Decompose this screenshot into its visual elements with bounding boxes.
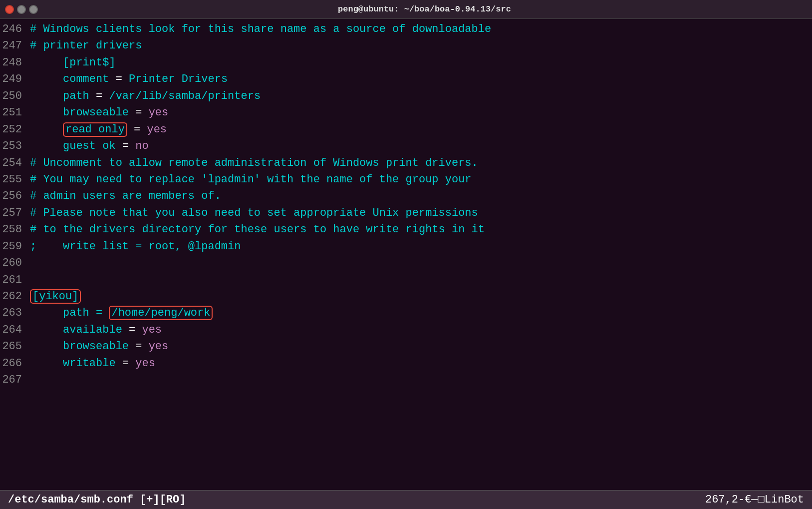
code-line: 257# Please note that you also need to s…	[0, 205, 812, 221]
code-line: 260	[0, 255, 812, 271]
line-number: 260	[0, 255, 30, 271]
line-number: 249	[0, 71, 30, 87]
title-bar-buttons	[5, 5, 38, 14]
terminal-window: peng@ubuntu: ~/boa/boa-0.94.13/src 246# …	[0, 0, 812, 509]
line-number: 262	[0, 288, 30, 305]
code-line: 265 browseable = yes	[0, 338, 812, 355]
code-line: 251 browseable = yes	[0, 104, 812, 121]
code-line: 256# admin users are members of.	[0, 188, 812, 204]
line-number: 263	[0, 305, 30, 321]
line-content: writable = yes	[30, 355, 155, 372]
status-left: /etc/samba/smb.conf [+][RO]	[8, 494, 186, 506]
code-line: 254# Uncomment to allow remote administr…	[0, 155, 812, 171]
line-number: 265	[0, 338, 30, 355]
line-content: read only = yes	[30, 121, 167, 138]
code-line: 261	[0, 272, 812, 288]
maximize-button[interactable]	[29, 5, 38, 14]
line-number: 254	[0, 155, 30, 171]
line-number: 258	[0, 221, 30, 238]
window-title: peng@ubuntu: ~/boa/boa-0.94.13/src	[42, 4, 807, 14]
line-number: 259	[0, 238, 30, 255]
code-line: 247# printer drivers	[0, 37, 812, 54]
line-content: path = /var/lib/samba/printers	[30, 88, 261, 104]
line-content: # Uncomment to allow remote administrati…	[30, 155, 478, 171]
line-number: 246	[0, 21, 30, 37]
line-number: 266	[0, 355, 30, 372]
line-content: [print$]	[30, 54, 116, 71]
line-content: guest ok = no	[30, 138, 149, 154]
line-number: 256	[0, 188, 30, 204]
line-number: 253	[0, 138, 30, 154]
line-number: 247	[0, 37, 30, 54]
line-number: 248	[0, 54, 30, 71]
line-content: browseable = yes	[30, 104, 168, 121]
code-line: 263 path = /home/peng/work	[0, 305, 812, 321]
line-number: 252	[0, 121, 30, 138]
code-line: 248 [print$]	[0, 54, 812, 71]
line-content: comment = Printer Drivers	[30, 71, 228, 87]
status-bar: /etc/samba/smb.conf [+][RO] 267,2-€—□Lin…	[0, 490, 812, 509]
line-number: 251	[0, 104, 30, 121]
line-number: 261	[0, 272, 30, 288]
code-line: 258# to the drivers directory for these …	[0, 221, 812, 238]
code-line: 259; write list = root, @lpadmin	[0, 238, 812, 255]
code-line: 262[yikou]	[0, 288, 812, 305]
line-number: 264	[0, 322, 30, 338]
code-line: 246# Windows clients look for this share…	[0, 21, 812, 37]
line-number: 257	[0, 205, 30, 221]
line-content: # You may need to replace 'lpadmin' with…	[30, 171, 472, 188]
line-content: browseable = yes	[30, 338, 168, 355]
line-number: 250	[0, 88, 30, 104]
read-only-highlight: read only	[63, 122, 127, 137]
line-content: ; write list = root, @lpadmin	[30, 238, 241, 255]
line-content: [yikou]	[30, 288, 81, 305]
code-line: 255# You may need to replace 'lpadmin' w…	[0, 171, 812, 188]
line-content: # admin users are members of.	[30, 188, 221, 204]
line-number: 255	[0, 171, 30, 188]
code-line: 252 read only = yes	[0, 121, 812, 138]
path-value-highlight: /home/peng/work	[109, 306, 213, 320]
line-content: # Windows clients look for this share na…	[30, 21, 491, 37]
line-content: # printer drivers	[30, 37, 142, 54]
status-right: 267,2-€—□LinBot	[705, 494, 804, 506]
line-content: path = /home/peng/work	[30, 305, 213, 321]
title-bar: peng@ubuntu: ~/boa/boa-0.94.13/src	[0, 0, 812, 19]
line-content: available = yes	[30, 322, 162, 338]
line-content: # Please note that you also need to set …	[30, 205, 478, 221]
code-line: 253 guest ok = no	[0, 138, 812, 154]
yikou-section-highlight: [yikou]	[30, 289, 81, 304]
line-number: 267	[0, 372, 30, 388]
code-line: 267	[0, 372, 812, 388]
minimize-button[interactable]	[17, 5, 26, 14]
line-content: # to the drivers directory for these use…	[30, 221, 485, 238]
code-line: 250 path = /var/lib/samba/printers	[0, 88, 812, 104]
close-button[interactable]	[5, 5, 14, 14]
code-line: 266 writable = yes	[0, 355, 812, 372]
editor-area: 246# Windows clients look for this share…	[0, 19, 812, 490]
code-line: 264 available = yes	[0, 322, 812, 338]
code-line: 249 comment = Printer Drivers	[0, 71, 812, 87]
